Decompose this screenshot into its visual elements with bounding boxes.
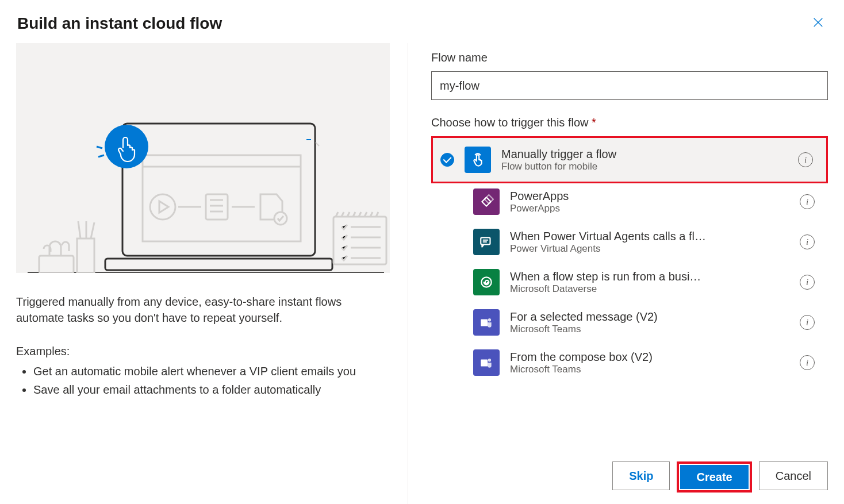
svg-marker-8 [159, 201, 168, 213]
trigger-name: When Power Virtual Agents calls a fl… [510, 230, 789, 243]
trigger-item[interactable]: T From the compose box (V2) Microsoft Te… [433, 343, 826, 383]
examples-label: Examples: [16, 343, 384, 359]
left-panel: Triggered manually from any device, easy… [0, 43, 408, 504]
trigger-name: For a selected message (V2) [510, 310, 789, 324]
svg-rect-4 [105, 259, 332, 270]
svg-point-39 [488, 318, 491, 321]
trigger-text: Manually trigger a flow Flow button for … [501, 148, 788, 172]
dialog-header: Build an instant cloud flow [0, 0, 844, 43]
info-button[interactable]: i [800, 234, 815, 249]
trigger-subtitle: Microsoft Teams [510, 324, 789, 335]
info-button[interactable]: i [798, 152, 813, 167]
trigger-icon: T [473, 309, 500, 336]
trigger-icon [473, 229, 500, 255]
info-button[interactable]: i [800, 275, 815, 290]
trigger-subtitle: Power Virtual Agents [510, 243, 789, 255]
close-icon [812, 16, 824, 29]
svg-rect-5 [143, 155, 301, 241]
flow-name-label: Flow name [431, 51, 828, 64]
trigger-subtitle: Microsoft Dataverse [510, 283, 789, 295]
trigger-item[interactable]: Manually trigger a flow Flow button for … [431, 136, 828, 183]
info-button[interactable]: i [800, 355, 815, 370]
svg-line-30 [316, 143, 319, 146]
trigger-section: Choose how to trigger this flow * Manual… [431, 116, 828, 455]
description-block: Triggered manually from any device, easy… [16, 273, 384, 398]
radio-icon [440, 153, 454, 167]
dialog-root: Build an instant cloud flow [0, 0, 844, 504]
examples-list: Get an automatic mobile alert whenever a… [16, 363, 384, 398]
trigger-name: When a flow step is run from a busi… [510, 270, 789, 283]
svg-text:T: T [482, 360, 486, 366]
trigger-text: When a flow step is run from a busi… Mic… [510, 270, 789, 295]
trigger-label: Choose how to trigger this flow * [431, 116, 828, 129]
svg-rect-20 [77, 238, 94, 273]
svg-text:T: T [482, 320, 486, 326]
flow-name-group: Flow name [431, 51, 828, 100]
trigger-name: Manually trigger a flow [501, 148, 788, 161]
trigger-text: When Power Virtual Agents calls a fl… Po… [510, 230, 789, 255]
example-item: Save all your email attachments to a fol… [33, 381, 384, 398]
svg-line-23 [91, 222, 94, 238]
svg-rect-3 [122, 124, 315, 256]
trigger-icon: T [473, 349, 500, 376]
trigger-text: For a selected message (V2) Microsoft Te… [510, 310, 789, 335]
trigger-icon [473, 188, 500, 215]
create-highlight: Create [677, 461, 751, 493]
dialog-body: Triggered manually from any device, easy… [0, 43, 844, 504]
info-button[interactable]: i [800, 315, 815, 330]
info-button[interactable]: i [800, 194, 815, 209]
trigger-item[interactable]: T For a selected message (V2) Microsoft … [433, 302, 826, 343]
trigger-icon [473, 269, 500, 295]
skip-button[interactable]: Skip [612, 461, 670, 490]
example-item: Get an automatic mobile alert whenever a… [33, 363, 384, 380]
dialog-title: Build an instant cloud flow [17, 14, 222, 33]
trigger-subtitle: Microsoft Teams [510, 364, 789, 375]
create-button[interactable]: Create [680, 465, 748, 489]
trigger-icon [465, 147, 491, 173]
svg-point-7 [150, 194, 175, 220]
description-text: Triggered manually from any device, easy… [16, 294, 384, 326]
svg-point-36 [481, 277, 491, 287]
svg-line-17 [97, 147, 102, 148]
trigger-text: From the compose box (V2) Microsoft Team… [510, 351, 789, 375]
trigger-list: Manually trigger a flow Flow button for … [431, 136, 828, 384]
svg-rect-33 [481, 237, 490, 244]
trigger-item[interactable]: When a flow step is run from a busi… Mic… [433, 262, 826, 302]
illustration [16, 43, 390, 273]
trigger-subtitle: PowerApps [510, 203, 789, 214]
cancel-button[interactable]: Cancel [759, 461, 828, 490]
svg-line-18 [98, 155, 104, 157]
trigger-item[interactable]: When Power Virtual Agents calls a fl… Po… [433, 222, 826, 262]
trigger-subtitle: Flow button for mobile [501, 161, 788, 172]
trigger-name: PowerApps [510, 190, 789, 203]
trigger-item[interactable]: PowerApps PowerApps i [433, 182, 826, 222]
right-panel: Flow name Choose how to trigger this flo… [408, 43, 844, 504]
svg-rect-19 [39, 256, 74, 273]
svg-line-21 [78, 221, 80, 238]
footer: Skip Create Cancel [431, 455, 828, 504]
svg-rect-10 [206, 194, 228, 220]
svg-point-42 [488, 359, 491, 361]
flow-name-input[interactable] [431, 71, 828, 100]
trigger-name: From the compose box (V2) [510, 351, 789, 364]
trigger-text: PowerApps PowerApps [510, 190, 789, 214]
close-button[interactable] [810, 14, 827, 33]
